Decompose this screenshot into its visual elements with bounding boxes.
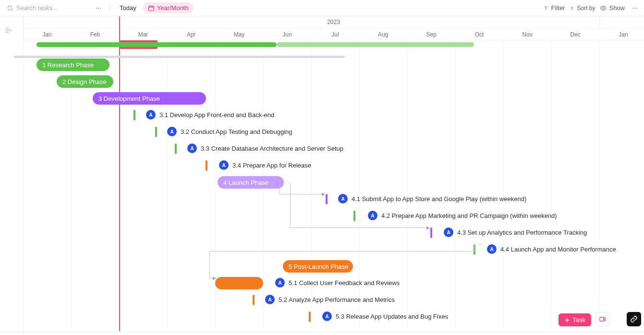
subtask-row[interactable]: A5.1 Collect User Feedback and Reviews [275, 278, 400, 287]
task-tick[interactable] [155, 127, 157, 137]
dependency-line [209, 251, 475, 251]
task-tick[interactable] [206, 160, 207, 171]
subtask-row[interactable]: A3.2 Conduct App Testing and Debugging [167, 127, 292, 136]
svg-point-0 [8, 6, 12, 10]
link-icon[interactable] [627, 312, 641, 326]
avatar: A [275, 278, 285, 287]
subtask-row[interactable]: A3.3 Create Database Architecture and Se… [187, 144, 343, 153]
subtask-label: 5.2 Analyze App Performance and Metrics [279, 296, 395, 303]
search-input[interactable] [16, 4, 87, 12]
subtask-label: 3.4 Prepare App for Release [232, 162, 311, 169]
subtask-row[interactable]: A3.1 Develop App Front-end and Back-end [146, 110, 274, 120]
dependency-line [290, 227, 426, 228]
subtask-row[interactable]: A4.1 Submit App to App Store and Google … [338, 194, 526, 203]
avatar: A [187, 144, 197, 153]
dependency-line [279, 183, 280, 194]
avatar: A [265, 295, 275, 304]
timescale-selector[interactable]: Year/Month [143, 2, 194, 13]
view-more-icon[interactable] [630, 3, 640, 13]
subtask-label: 4.2 Prepare App Marketing and PR Campaig… [381, 212, 557, 219]
filter-button[interactable]: Filter [543, 4, 565, 12]
svg-point-4 [100, 8, 101, 9]
dependency-arrow [426, 226, 430, 230]
month-header: Dec [551, 28, 599, 40]
task-tick[interactable] [175, 144, 177, 154]
dependency-line [209, 251, 210, 278]
toolbar: Today Year/Month Filter Sort by Show [0, 0, 644, 16]
subtask-label: 5.1 Collect User Feedback and Reviews [289, 279, 400, 287]
sort-label: Sort by [577, 5, 595, 12]
year-separator [599, 16, 600, 28]
phase-bar[interactable] [215, 277, 263, 289]
month-header: Feb [71, 28, 119, 40]
month-header: Oct [455, 28, 503, 40]
svg-point-7 [632, 8, 633, 9]
avatar: A [322, 311, 332, 321]
phase-bar[interactable]: 5 Post-Launch Phase [283, 260, 353, 273]
subtask-row[interactable]: A4.4 Launch App and Monitor Performance [487, 244, 616, 254]
month-header: Jan [23, 28, 71, 40]
month-header: Aug [359, 28, 407, 40]
avatar: A [368, 211, 377, 220]
subtask-row[interactable]: A3.4 Prepare App for Release [219, 160, 311, 170]
today-button[interactable]: Today [116, 2, 140, 13]
dependency-line [290, 183, 291, 227]
summary-bar[interactable] [36, 42, 277, 47]
calendar-icon [148, 5, 155, 12]
phase-bar[interactable]: 3 Development Phase [93, 92, 206, 105]
more-icon[interactable] [93, 3, 104, 13]
task-tick[interactable] [309, 311, 311, 322]
month-header: Jul [311, 28, 359, 40]
month-header: Nov [503, 28, 551, 40]
search-box[interactable] [4, 3, 90, 13]
search-icon [7, 5, 13, 12]
task-tick[interactable] [430, 227, 432, 238]
expand-sidebar-icon[interactable] [3, 25, 13, 36]
subtask-label: 3.3 Create Database Architecture and Ser… [201, 145, 343, 152]
subtask-row[interactable]: A4.2 Prepare App Marketing and PR Campai… [368, 211, 557, 220]
new-task-label: Task [572, 316, 585, 323]
svg-point-2 [96, 8, 97, 9]
dependency-line [478, 244, 482, 245]
subtask-label: 4.4 Launch App and Monitor Performance [500, 246, 616, 253]
show-label: Show [609, 4, 625, 12]
dependency-arrow [213, 276, 216, 280]
avatar: A [219, 160, 229, 170]
svg-rect-5 [148, 6, 154, 10]
subtask-label: 4.3 Set up Analytics and Performance Tra… [457, 229, 587, 236]
subtask-row[interactable]: A4.3 Set up Analytics and Performance Tr… [444, 227, 587, 237]
gantt-canvas: 1 Research Phase2 Design Phase3 Developm… [23, 42, 644, 330]
avatar: A [487, 244, 497, 254]
phase-bar[interactable]: 1 Research Phase [36, 59, 109, 71]
task-tick[interactable] [134, 110, 135, 120]
eye-icon [600, 5, 607, 12]
task-tick[interactable] [253, 295, 255, 305]
divider [109, 3, 110, 13]
dependency-line [279, 194, 322, 194]
subtask-label: 4.1 Submit App to App Store and Google P… [352, 195, 526, 203]
subtask-label: 3.2 Conduct App Testing and Debugging [181, 128, 292, 135]
phase-bar[interactable]: 4 Launch Phase [218, 176, 284, 189]
year-label: 2023 [327, 19, 340, 25]
subtask-row[interactable]: A5.3 Release App Updates and Bug Fixes [322, 311, 448, 321]
phase-bar[interactable]: 2 Design Phase [57, 75, 113, 88]
subtask-row[interactable]: A5.2 Analyze App Performance and Metrics [265, 295, 395, 304]
summary-bar[interactable] [277, 42, 474, 47]
avatar: A [338, 194, 348, 203]
new-task-button[interactable]: Task [559, 313, 591, 326]
task-tick[interactable] [353, 211, 355, 221]
timeline-header: 2023 JanFebMarAprMayJunJulAugSepOctNovDe… [0, 16, 644, 40]
dependency-line [474, 244, 475, 251]
avatar: A [444, 227, 453, 237]
month-header: May [215, 28, 263, 40]
svg-point-6 [603, 7, 605, 9]
sort-icon [570, 5, 574, 11]
svg-point-3 [98, 8, 99, 9]
month-header: Apr [167, 28, 215, 40]
show-button[interactable]: Show [600, 4, 625, 12]
task-tick[interactable] [326, 194, 328, 204]
dependency-arrow [322, 192, 325, 196]
svg-line-1 [12, 9, 13, 11]
record-button[interactable] [595, 312, 610, 326]
sort-button[interactable]: Sort by [570, 5, 595, 12]
